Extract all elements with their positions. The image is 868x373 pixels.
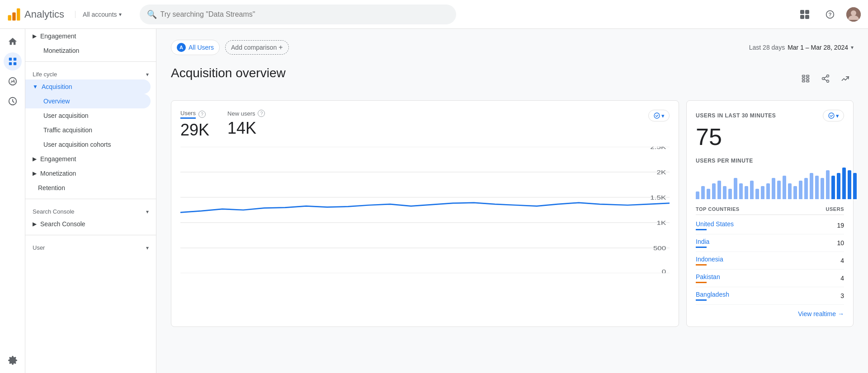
main-content: A All Users Add comparison + Last 28 day…: [156, 29, 868, 373]
nav-retention[interactable]: Retention: [25, 181, 151, 195]
nav-acquisition[interactable]: ▼ Acquisition: [25, 79, 151, 94]
svg-text:0: 0: [662, 269, 666, 273]
bar-item: [772, 178, 775, 199]
svg-text:1K: 1K: [656, 220, 666, 226]
nav-user-acquisition[interactable]: User acquisition: [25, 108, 151, 123]
bar-item: [788, 183, 792, 199]
country-row: Pakistan 4: [696, 270, 844, 287]
account-selector[interactable]: All accounts ▾: [75, 11, 121, 18]
nav-user-acquisition-cohorts[interactable]: User acquisition cohorts: [25, 137, 151, 152]
topbar-right: ?: [796, 5, 861, 23]
bar-item: [826, 170, 830, 199]
bar-item: [712, 183, 716, 199]
page-actions: [797, 70, 854, 87]
nav-traffic-acquisition[interactable]: Traffic acquisition: [25, 123, 151, 137]
countries-list: United States 19 India 10 Indonesia 4 Pa…: [696, 217, 844, 305]
country-row: Bangladesh 3: [696, 287, 844, 305]
search-icon: 🔍: [147, 9, 157, 19]
nav-overview[interactable]: Overview: [25, 94, 151, 108]
svg-text:2.5K: 2.5K: [650, 147, 666, 150]
realtime-filter-badge[interactable]: ▾: [823, 110, 844, 121]
settings-icon-btn[interactable]: [4, 351, 22, 369]
reports-icon-btn[interactable]: [4, 52, 22, 70]
chart-header: Users ? 29K New users ? 14K: [180, 110, 670, 140]
date-range-selector[interactable]: Last 28 days Mar 1 – Mar 28, 2024 ▾: [749, 44, 854, 51]
nav-search-console[interactable]: ▶ Search Console: [25, 217, 156, 231]
help-icon[interactable]: ?: [821, 5, 839, 23]
svg-rect-14: [802, 78, 805, 79]
realtime-value: 75: [696, 123, 844, 150]
avatar[interactable]: [846, 7, 861, 22]
bar-item: [728, 189, 732, 199]
logo[interactable]: Analytics: [7, 8, 64, 21]
main-chart-card: Users ? 29K New users ? 14K: [171, 100, 679, 327]
page-title: Acquisition overview: [171, 66, 286, 80]
country-name[interactable]: United States: [696, 220, 734, 228]
bar-item: [831, 176, 835, 200]
nav-monetization[interactable]: ▶ Monetization: [25, 166, 156, 181]
customize-chart-button[interactable]: [797, 70, 814, 87]
new-users-value: 14K: [227, 119, 265, 138]
users-info-icon[interactable]: ?: [198, 111, 206, 118]
svg-text:?: ?: [828, 11, 831, 17]
country-row: India 10: [696, 234, 844, 252]
lifecycle-collapse-icon: ▾: [146, 71, 149, 78]
share-button[interactable]: [817, 70, 834, 87]
explore-icon-btn[interactable]: [4, 72, 22, 90]
bar-item: [837, 173, 840, 199]
country-users: 4: [840, 275, 844, 282]
realtime-label: USERS IN LAST 30 MINUTES: [696, 112, 776, 119]
filter-bar: A All Users Add comparison + Last 28 day…: [171, 40, 854, 55]
svg-rect-15: [802, 80, 805, 82]
apps-icon[interactable]: [796, 5, 814, 23]
advertising-icon-btn[interactable]: [4, 92, 22, 110]
search-console-section-header[interactable]: Search Console ▾: [25, 203, 156, 217]
nav-engagement[interactable]: ▶ Engagement: [25, 152, 156, 166]
bar-item: [707, 189, 710, 199]
add-comparison-button[interactable]: Add comparison +: [225, 40, 289, 55]
svg-point-6: [851, 10, 856, 16]
search-input[interactable]: [160, 10, 449, 19]
new-users-info-icon[interactable]: ?: [258, 110, 265, 117]
country-row: Indonesia 4: [696, 252, 844, 270]
bar-item: [755, 189, 759, 199]
nav-sidebar: ▶ Engagement Monetization Life cycle ▾ ▼…: [25, 29, 156, 373]
bar-item: [750, 181, 754, 199]
country-name[interactable]: India: [696, 238, 709, 245]
bar-item: [696, 191, 699, 200]
app-title: Analytics: [24, 9, 64, 20]
svg-point-40: [829, 113, 834, 118]
view-realtime-link[interactable]: View realtime →: [696, 310, 844, 317]
user-section-header[interactable]: User ▾: [25, 239, 156, 253]
country-name[interactable]: Pakistan: [696, 273, 720, 280]
country-name[interactable]: Bangladesh: [696, 291, 729, 298]
svg-rect-10: [13, 62, 16, 65]
lifecycle-section-header[interactable]: Life cycle ▾: [25, 65, 156, 79]
nav-engagement-top[interactable]: ▶ Engagement: [25, 29, 156, 43]
bar-item: [701, 186, 705, 199]
users-value: 29K: [180, 121, 209, 140]
bar-item: [761, 186, 764, 199]
home-icon-btn[interactable]: [4, 33, 22, 51]
svg-rect-1: [12, 12, 16, 20]
svg-text:500: 500: [653, 246, 666, 252]
country-users: 10: [837, 239, 844, 247]
filter-left: A All Users Add comparison +: [171, 40, 289, 55]
svg-point-21: [827, 80, 829, 82]
chart-filter-badge[interactable]: ▾: [648, 110, 670, 121]
svg-rect-0: [8, 15, 12, 20]
chevron-down-icon: ▾: [661, 112, 665, 119]
bar-item: [723, 186, 726, 199]
svg-rect-16: [807, 75, 809, 77]
bar-item: [853, 173, 857, 199]
search-bar[interactable]: 🔍: [140, 5, 456, 24]
chevron-down-icon: ▾: [119, 11, 122, 18]
realtime-card: USERS IN LAST 30 MINUTES ▾ 75 USERS PER …: [686, 100, 854, 327]
metrics-row: Users ? 29K New users ? 14K: [180, 110, 265, 140]
all-users-filter[interactable]: A All Users: [171, 40, 220, 55]
country-name[interactable]: Indonesia: [696, 256, 723, 263]
insights-button[interactable]: [837, 70, 854, 87]
nav-monetization-top[interactable]: Monetization: [25, 43, 151, 58]
svg-point-22: [654, 113, 660, 118]
bar-item: [804, 178, 808, 199]
